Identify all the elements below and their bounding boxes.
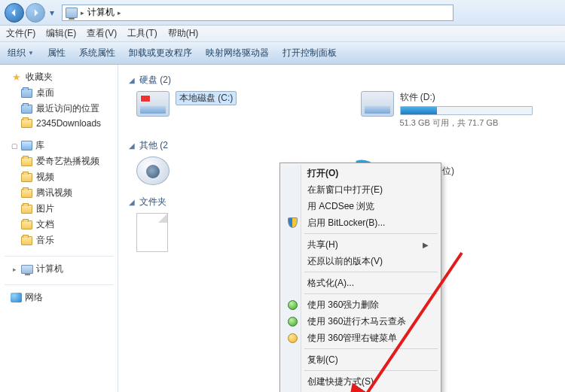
sidebar: ★收藏夹 桌面 最近访问的位置 2345Downloads ▢库 爱奇艺热播视频… (0, 65, 118, 392)
network-icon (11, 293, 22, 302)
drive-label: 软件 (D:) (400, 91, 533, 104)
nav-forward-button[interactable] (26, 3, 45, 23)
star-icon: ★ (11, 71, 23, 84)
ctx-restore-versions[interactable]: 还原以前的版本(V) (282, 253, 439, 269)
drive-d[interactable]: 软件 (D:) 51.3 GB 可用，共 71.7 GB (361, 91, 555, 129)
drive-icon (136, 91, 170, 117)
circle-icon (286, 299, 298, 311)
sidebar-item-music[interactable]: 音乐 (0, 232, 118, 248)
titlebar: ▾ ▸ 计算机 ▸ (0, 0, 565, 26)
chevron-down-icon: ◢ (129, 141, 135, 150)
explorer-window: ▾ ▸ 计算机 ▸ 文件(F) 编辑(E) 查看(V) 工具(T) 帮助(H) … (0, 0, 565, 392)
folder-icon (21, 189, 32, 198)
toolbar-mapdrive[interactable]: 映射网络驱动器 (206, 47, 269, 59)
toolbar-uninstall[interactable]: 卸载或更改程序 (129, 47, 192, 59)
toolbar: 组织▼ 属性 系统属性 卸载或更改程序 映射网络驱动器 打开控制面板 (0, 42, 565, 65)
sidebar-item-pictures[interactable]: 图片 (0, 201, 118, 217)
pictures-icon (21, 205, 32, 214)
section-other-head[interactable]: ◢其他 (2 (129, 139, 554, 152)
toolbar-ctrlpanel[interactable]: 打开控制面板 (282, 47, 337, 59)
file-icon (136, 213, 168, 252)
content-pane: ◢硬盘 (2) 本地磁盘 (C:) 软件 (D:) 51.3 GB 可用，共 7… (118, 65, 565, 392)
folder-icon (21, 119, 32, 128)
circle-icon (286, 332, 298, 344)
divider (304, 348, 438, 349)
library-icon (21, 141, 32, 150)
divider (5, 284, 113, 285)
ctx-360-menu[interactable]: 使用 360管理右键菜单 (282, 330, 439, 346)
storage-bar (400, 106, 533, 115)
menu-view[interactable]: 查看(V) (87, 27, 117, 40)
documents-icon (21, 220, 32, 229)
drive-subtext: 51.3 GB 可用，共 71.7 GB (400, 117, 533, 129)
section-disks-head[interactable]: ◢硬盘 (2) (129, 74, 554, 87)
sidebar-favorites-head[interactable]: ★收藏夹 (0, 69, 118, 85)
divider (304, 233, 438, 234)
sidebar-item-desktop[interactable]: 桌面 (0, 85, 118, 101)
desktop-icon (21, 89, 32, 98)
divider (304, 293, 438, 294)
divider (304, 370, 438, 371)
camera-icon[interactable] (136, 156, 170, 185)
ctx-format[interactable]: 格式化(A)... (282, 275, 439, 291)
menubar: 文件(F) 编辑(E) 查看(V) 工具(T) 帮助(H) (0, 26, 565, 42)
toolbar-sysprops[interactable]: 系统属性 (79, 47, 115, 59)
drive-icon (361, 91, 394, 117)
sidebar-item-recent[interactable]: 最近访问的位置 (0, 101, 118, 117)
shield-icon (286, 217, 298, 229)
chevron-right-icon: ▶ (423, 241, 429, 249)
ctx-360-delete[interactable]: 使用 360强力删除 (282, 296, 439, 313)
videos-icon (21, 173, 32, 182)
toolbar-properties[interactable]: 属性 (47, 47, 66, 59)
sidebar-item-tencent[interactable]: 腾讯视频 (0, 185, 118, 201)
recent-icon (21, 105, 32, 114)
circle-icon (286, 315, 298, 327)
divider (304, 272, 438, 272)
chevron-down-icon: ▢ (11, 142, 18, 150)
ctx-open[interactable]: 打开(O) (282, 165, 439, 181)
chevron-right-icon: ▸ (81, 9, 84, 17)
ctx-share[interactable]: 共享(H)▶ (282, 236, 439, 253)
body: ★收藏夹 桌面 最近访问的位置 2345Downloads ▢库 爱奇艺热播视频… (0, 65, 565, 392)
address-segment[interactable]: 计算机 (87, 6, 115, 19)
menu-help[interactable]: 帮助(H) (168, 27, 199, 40)
sidebar-item-videos[interactable]: 视频 (0, 169, 118, 185)
chevron-right-icon: ▸ (11, 266, 18, 273)
drive-label: 本地磁盘 (C:) (176, 91, 237, 105)
folder-icon (21, 157, 32, 166)
ctx-acdsee[interactable]: 用 ACDSee 浏览 (282, 198, 439, 214)
menu-file[interactable]: 文件(F) (6, 27, 35, 40)
computer-icon (66, 8, 78, 18)
sidebar-network[interactable]: 网络 (0, 290, 118, 305)
nav-back-button[interactable] (5, 3, 24, 23)
sidebar-computer[interactable]: ▸计算机 (0, 261, 118, 277)
ctx-copy[interactable]: 复制(C) (282, 351, 439, 368)
chevron-down-icon: ▼ (28, 50, 34, 56)
drive-c[interactable]: 本地磁盘 (C:) (136, 91, 331, 129)
sidebar-item-iqiyi[interactable]: 爱奇艺热播视频 (0, 153, 118, 169)
ctx-shortcut[interactable]: 创建快捷方式(S) (282, 373, 439, 390)
music-icon (21, 236, 32, 245)
sidebar-item-downloads[interactable]: 2345Downloads (0, 117, 118, 130)
menu-tools[interactable]: 工具(T) (127, 27, 157, 40)
sidebar-libraries-head[interactable]: ▢库 (0, 138, 118, 153)
divider (5, 256, 113, 257)
chevron-right-icon: ▸ (118, 9, 121, 17)
sidebar-item-documents[interactable]: 文档 (0, 217, 118, 232)
ctx-bitlocker[interactable]: 启用 BitLocker(B)... (282, 214, 439, 231)
computer-icon (21, 265, 33, 274)
ctx-360-scan[interactable]: 使用 360进行木马云查杀 (282, 313, 439, 330)
chevron-down-icon: ◢ (129, 76, 135, 84)
menu-edit[interactable]: 编辑(E) (46, 27, 76, 40)
chevron-down-icon: ◢ (129, 198, 135, 206)
context-menu: 打开(O) 在新窗口中打开(E) 用 ACDSee 浏览 启用 BitLocke… (279, 163, 441, 392)
ctx-open-new-window[interactable]: 在新窗口中打开(E) (282, 181, 439, 198)
toolbar-organize[interactable]: 组织▼ (8, 47, 34, 59)
nav-history-dropdown[interactable]: ▾ (47, 8, 57, 18)
address-bar[interactable]: ▸ 计算机 ▸ (62, 5, 454, 21)
